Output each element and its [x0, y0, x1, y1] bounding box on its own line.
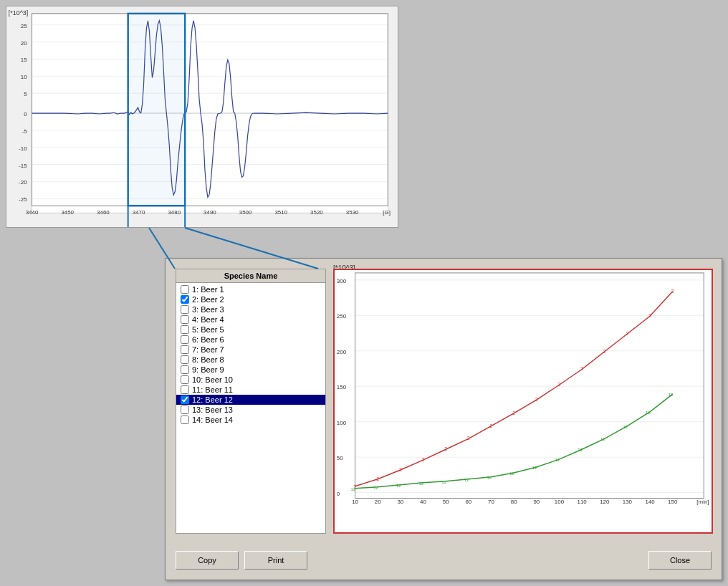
svg-text:25: 25 [21, 23, 27, 29]
svg-text:3460: 3460 [97, 209, 110, 216]
species-item[interactable]: 9: Beer 9 [176, 365, 325, 375]
svg-text:2: 2 [467, 436, 470, 441]
species-item[interactable]: 3: Beer 3 [176, 304, 325, 314]
svg-text:12: 12 [532, 466, 537, 470]
svg-text:12: 12 [578, 448, 583, 452]
bottom-dialog: [*10^3] Species Name 1: Beer 12: Beer 23… [165, 258, 722, 580]
svg-text:12: 12 [646, 410, 651, 415]
species-item[interactable]: 6: Beer 6 [176, 335, 325, 345]
species-checkbox[interactable] [181, 365, 189, 374]
chart-svg: 300 250 200 150 100 50 0 10 20 30 4 [335, 270, 712, 532]
chart-panel: 300 250 200 150 100 50 0 10 20 30 4 [333, 269, 713, 534]
top-chart-svg: [*10^3] 25 20 15 10 5 0 -5 -10 -15 -20 -… [6, 6, 398, 227]
svg-text:2: 2 [580, 366, 583, 371]
svg-text:12: 12 [351, 487, 356, 491]
svg-text:-25: -25 [19, 196, 27, 203]
species-item[interactable]: 10: Beer 10 [176, 375, 325, 385]
svg-text:12: 12 [600, 437, 605, 441]
copy-button[interactable]: Copy [176, 551, 239, 570]
species-header: Species Name [176, 269, 325, 283]
svg-text:12: 12 [396, 484, 401, 488]
species-item[interactable]: 11: Beer 11 [176, 385, 325, 395]
svg-rect-37 [128, 14, 185, 206]
species-list[interactable]: 1: Beer 12: Beer 23: Beer 34: Beer 45: B… [176, 283, 325, 426]
svg-text:70: 70 [488, 499, 494, 505]
svg-text:40: 40 [420, 499, 426, 505]
species-item[interactable]: 4: Beer 4 [176, 314, 325, 325]
svg-text:3480: 3480 [168, 209, 181, 216]
species-label: 9: Beer 9 [192, 365, 224, 374]
svg-text:3500: 3500 [239, 209, 252, 216]
svg-text:10: 10 [21, 74, 27, 80]
svg-text:2: 2 [512, 410, 515, 416]
svg-text:2: 2 [603, 349, 606, 354]
svg-text:3490: 3490 [203, 209, 216, 216]
svg-text:12: 12 [441, 480, 446, 484]
svg-text:80: 80 [511, 499, 517, 505]
svg-text:50: 50 [337, 455, 343, 461]
svg-text:3450: 3450 [61, 209, 74, 216]
svg-text:-5: -5 [22, 128, 28, 135]
print-button[interactable]: Print [244, 551, 307, 570]
species-label: 7: Beer 7 [192, 345, 224, 354]
species-checkbox[interactable] [181, 355, 189, 364]
species-item[interactable]: 13: Beer 13 [176, 405, 325, 415]
svg-text:12: 12 [464, 478, 469, 482]
species-label: 8: Beer 8 [192, 355, 224, 364]
species-label: 13: Beer 13 [192, 405, 233, 414]
svg-text:2: 2 [376, 476, 379, 481]
species-item[interactable]: 14: Beer 14 [176, 415, 325, 425]
species-label: 10: Beer 10 [192, 375, 233, 384]
svg-text:150: 150 [337, 384, 347, 390]
species-checkbox[interactable] [181, 325, 189, 334]
species-checkbox[interactable] [181, 335, 189, 344]
species-item[interactable]: 1: Beer 1 [176, 284, 325, 294]
svg-text:12: 12 [555, 458, 560, 462]
svg-text:200: 200 [337, 349, 347, 355]
bottom-buttons: Copy Print Close [166, 551, 722, 570]
close-button[interactable]: Close [648, 551, 712, 570]
species-item[interactable]: 12: Beer 12 [176, 395, 325, 405]
svg-text:[G]: [G] [383, 209, 391, 216]
svg-text:3510: 3510 [274, 209, 287, 216]
species-item[interactable]: 5: Beer 5 [176, 325, 325, 335]
species-item[interactable]: 8: Beer 8 [176, 355, 325, 365]
species-label: 5: Beer 5 [192, 325, 224, 334]
svg-text:12: 12 [419, 481, 424, 486]
species-checkbox[interactable] [181, 375, 189, 384]
species-item[interactable]: 7: Beer 7 [176, 345, 325, 355]
svg-text:-10: -10 [19, 145, 27, 152]
svg-text:300: 300 [337, 278, 347, 284]
svg-text:2: 2 [490, 423, 493, 428]
svg-text:2: 2 [557, 382, 560, 387]
species-label: 12: Beer 12 [192, 395, 233, 404]
species-checkbox[interactable] [181, 385, 189, 394]
svg-text:150: 150 [668, 499, 678, 505]
svg-text:0: 0 [337, 491, 340, 497]
species-checkbox[interactable] [181, 315, 189, 324]
svg-text:2: 2 [535, 397, 538, 402]
species-checkbox[interactable] [181, 295, 189, 304]
svg-text:12: 12 [669, 393, 674, 397]
species-checkbox[interactable] [181, 416, 189, 424]
species-label: 3: Beer 3 [192, 305, 224, 314]
species-panel: Species Name 1: Beer 12: Beer 23: Beer 3… [176, 269, 326, 534]
svg-text:12: 12 [487, 476, 492, 480]
svg-text:110: 110 [578, 499, 588, 505]
svg-text:10: 10 [352, 499, 358, 505]
svg-text:-15: -15 [19, 163, 27, 169]
species-checkbox[interactable] [181, 345, 189, 354]
svg-text:2: 2 [648, 313, 651, 318]
species-label: 1: Beer 1 [192, 285, 224, 294]
species-label: 14: Beer 14 [192, 416, 233, 424]
svg-rect-42 [335, 270, 711, 532]
species-checkbox[interactable] [181, 405, 189, 414]
svg-text:50: 50 [443, 499, 449, 505]
svg-text:12: 12 [509, 471, 514, 476]
svg-text:3530: 3530 [346, 209, 359, 216]
species-checkbox[interactable] [181, 285, 189, 294]
species-checkbox[interactable] [181, 395, 189, 404]
species-item[interactable]: 2: Beer 2 [176, 294, 325, 304]
svg-text:-20: -20 [19, 179, 27, 186]
species-checkbox[interactable] [181, 305, 189, 314]
